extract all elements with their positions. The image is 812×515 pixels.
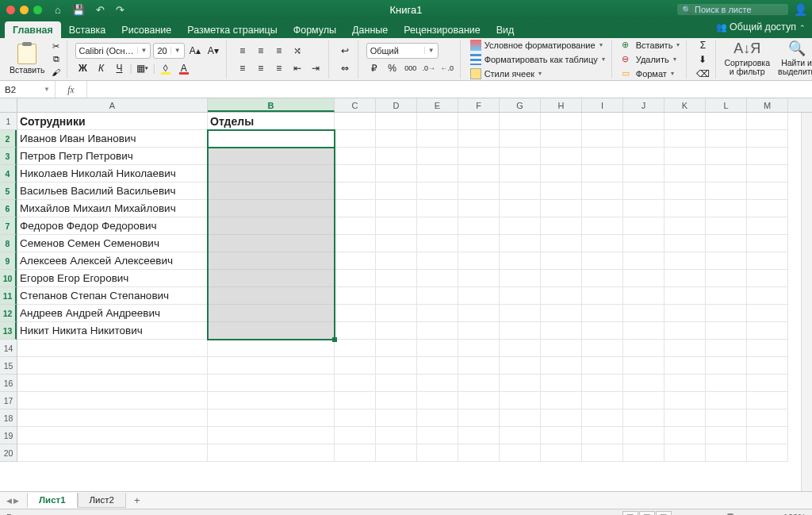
row-header-18[interactable]: 18 (0, 409, 17, 427)
cell-G9[interactable] (500, 252, 541, 270)
cell-M17[interactable] (747, 392, 788, 409)
font-size-combo[interactable]: 20▼ (153, 43, 184, 59)
cell-M14[interactable] (747, 340, 788, 357)
cell-A7[interactable]: Федоров Федор Федорович (17, 217, 208, 235)
cell-F16[interactable] (458, 375, 500, 392)
cell-B12[interactable] (208, 305, 335, 322)
cell-C14[interactable] (335, 340, 376, 357)
cell-C11[interactable] (335, 287, 376, 305)
column-header-M[interactable]: M (747, 98, 788, 112)
column-header-I[interactable]: I (582, 98, 623, 112)
cell-F3[interactable] (458, 148, 500, 165)
cell-B3[interactable] (208, 148, 335, 165)
cell-D6[interactable] (376, 200, 417, 217)
cell-H20[interactable] (541, 444, 582, 462)
cell-B19[interactable] (208, 427, 335, 444)
cell-B10[interactable] (208, 270, 335, 287)
cell-M5[interactable] (747, 183, 788, 200)
cell-D8[interactable] (376, 235, 417, 252)
cell-J11[interactable] (623, 287, 665, 305)
cell-F8[interactable] (458, 235, 500, 252)
column-header-D[interactable]: D (376, 98, 417, 112)
cell-H9[interactable] (541, 252, 582, 270)
cell-E9[interactable] (417, 252, 458, 270)
cell-K1[interactable] (665, 113, 706, 130)
cell-K16[interactable] (665, 375, 706, 392)
clear-icon[interactable]: ⌫ (695, 67, 710, 80)
align-right-icon[interactable]: ≡ (271, 60, 287, 76)
cell-H19[interactable] (541, 427, 582, 444)
cell-F13[interactable] (458, 322, 500, 340)
cell-K20[interactable] (665, 444, 706, 462)
cell-J12[interactable] (623, 305, 665, 322)
cell-I20[interactable] (582, 444, 623, 462)
row-header-19[interactable]: 19 (0, 427, 17, 444)
cell-E19[interactable] (417, 427, 458, 444)
cell-F12[interactable] (458, 305, 500, 322)
cell-F15[interactable] (458, 357, 500, 375)
cell-A2[interactable]: Иванов Иван Иванович (17, 130, 208, 148)
wrap-text-icon[interactable]: ↩ (337, 43, 353, 59)
cell-H18[interactable] (541, 409, 582, 427)
autosum-icon[interactable]: Σ (695, 39, 710, 52)
cell-H10[interactable] (541, 270, 582, 287)
cell-I11[interactable] (582, 287, 623, 305)
cell-C6[interactable] (335, 200, 376, 217)
cell-I7[interactable] (582, 217, 623, 235)
cell-I17[interactable] (582, 392, 623, 409)
merge-cells-icon[interactable]: ⇔ (337, 60, 353, 76)
cell-M8[interactable] (747, 235, 788, 252)
decrease-decimal-icon[interactable]: ←.0 (439, 60, 455, 76)
cell-J15[interactable] (623, 357, 665, 375)
cell-H6[interactable] (541, 200, 582, 217)
cell-M19[interactable] (747, 427, 788, 444)
cell-H5[interactable] (541, 183, 582, 200)
cell-L19[interactable] (706, 427, 747, 444)
conditional-formatting-button[interactable]: Условное форматирование▾ (469, 39, 607, 52)
cell-G1[interactable] (500, 113, 541, 130)
cell-D12[interactable] (376, 305, 417, 322)
cell-E13[interactable] (417, 322, 458, 340)
cell-B13[interactable] (208, 322, 335, 340)
cell-J5[interactable] (623, 183, 665, 200)
cell-D5[interactable] (376, 183, 417, 200)
cell-I12[interactable] (582, 305, 623, 322)
increase-indent-icon[interactable]: ⇥ (308, 60, 324, 76)
cell-G7[interactable] (500, 217, 541, 235)
cell-C3[interactable] (335, 148, 376, 165)
cell-F11[interactable] (458, 287, 500, 305)
cell-C5[interactable] (335, 183, 376, 200)
cell-J20[interactable] (623, 444, 665, 462)
cell-M12[interactable] (747, 305, 788, 322)
cell-G20[interactable] (500, 444, 541, 462)
cell-A17[interactable] (17, 392, 208, 409)
cell-B7[interactable] (208, 217, 335, 235)
cell-F20[interactable] (458, 444, 500, 462)
cell-A18[interactable] (17, 409, 208, 427)
cell-F2[interactable] (458, 130, 500, 148)
cell-F1[interactable] (458, 113, 500, 130)
cell-B2[interactable] (208, 130, 335, 148)
row-header-1[interactable]: 1 (0, 113, 17, 130)
font-color-button[interactable]: A (176, 60, 192, 76)
cell-G15[interactable] (500, 357, 541, 375)
sheet-tab-Лист1[interactable]: Лист1 (27, 493, 78, 508)
column-header-J[interactable]: J (623, 98, 665, 112)
cell-J17[interactable] (623, 392, 665, 409)
cell-E20[interactable] (417, 444, 458, 462)
cell-C4[interactable] (335, 165, 376, 183)
increase-font-icon[interactable]: A▴ (187, 43, 203, 59)
home-icon[interactable]: ⌂ (55, 4, 61, 16)
cell-K19[interactable] (665, 427, 706, 444)
increase-decimal-icon[interactable]: .0→ (421, 60, 437, 76)
cell-D4[interactable] (376, 165, 417, 183)
cell-F18[interactable] (458, 409, 500, 427)
formula-input[interactable] (87, 81, 812, 98)
cell-C15[interactable] (335, 357, 376, 375)
cell-G14[interactable] (500, 340, 541, 357)
select-all-corner[interactable] (0, 98, 17, 112)
cell-E2[interactable] (417, 130, 458, 148)
cell-L18[interactable] (706, 409, 747, 427)
row-header-11[interactable]: 11 (0, 287, 17, 305)
cell-A13[interactable]: Никит Никита Никитович (17, 322, 208, 340)
